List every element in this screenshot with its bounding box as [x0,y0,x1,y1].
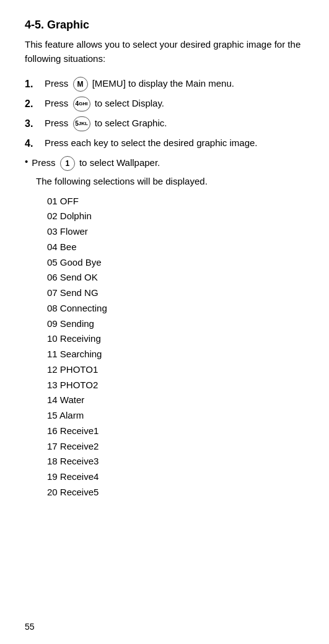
sub-text: The following selections will be display… [36,175,304,189]
list-item: 16 Receive1 [47,424,304,439]
list-item: 06 Send OK [47,270,304,285]
list-item: 03 Flower [47,224,304,240]
step-content-1: Press M [MEMU] to display the Main menu. [45,77,304,92]
list-item: 18 Receive3 [47,454,304,469]
intro-text: This feature allows you to select your d… [25,38,304,66]
step-content-3: Press 5JKL to select Graphic. [45,116,304,131]
step-number-3: 3. [25,116,42,131]
step-number-1: 1. [25,77,42,92]
key-4ghi: 4GHI [73,97,90,111]
list-items: 01 OFF 02 Dolphin 03 Flower 04 Bee 05 Go… [47,194,304,500]
list-item: 17 Receive2 [47,439,304,455]
list-item: 13 PHOTO2 [47,378,304,393]
bullet-item: • Press 1 to select Wallpaper. [25,156,304,171]
page-title: 4-5. Graphic [25,19,304,32]
step-content-2: Press 4GHI to select Display. [45,97,304,111]
key-5jkl: 5JKL [73,116,90,131]
list-item: 07 Send NG [47,285,304,301]
key-m: M [73,77,88,92]
list-item: 05 Good Bye [47,255,304,271]
list-item: 11 Searching [47,347,304,362]
bullet-content: Press 1 to select Wallpaper. [32,156,304,171]
list-item: 02 Dolphin [47,209,304,224]
list-item: 12 PHOTO1 [47,362,304,378]
step-number-4: 4. [25,136,42,151]
step-4: 4. Press each key to select the desired … [25,136,304,151]
page-number: 55 [25,622,35,632]
list-item: 19 Receive4 [47,469,304,485]
list-item: 08 Connecting [47,301,304,316]
list-item: 04 Bee [47,240,304,255]
list-item: 20 Receive5 [47,485,304,500]
list-item: 10 Receiving [47,331,304,347]
step-3: 3. Press 5JKL to select Graphic. [25,116,304,131]
step-number-2: 2. [25,97,42,111]
step-2: 2. Press 4GHI to select Display. [25,97,304,111]
list-item: 15 Alarm [47,408,304,424]
key-1: 1 [60,156,75,171]
list-item: 09 Sending [47,316,304,332]
step-content-4: Press each key to select the desired gra… [45,136,304,150]
list-item: 14 Water [47,393,304,408]
bullet-dot: • [25,156,28,167]
step-1: 1. Press M [MEMU] to display the Main me… [25,77,304,92]
list-item: 01 OFF [47,194,304,209]
